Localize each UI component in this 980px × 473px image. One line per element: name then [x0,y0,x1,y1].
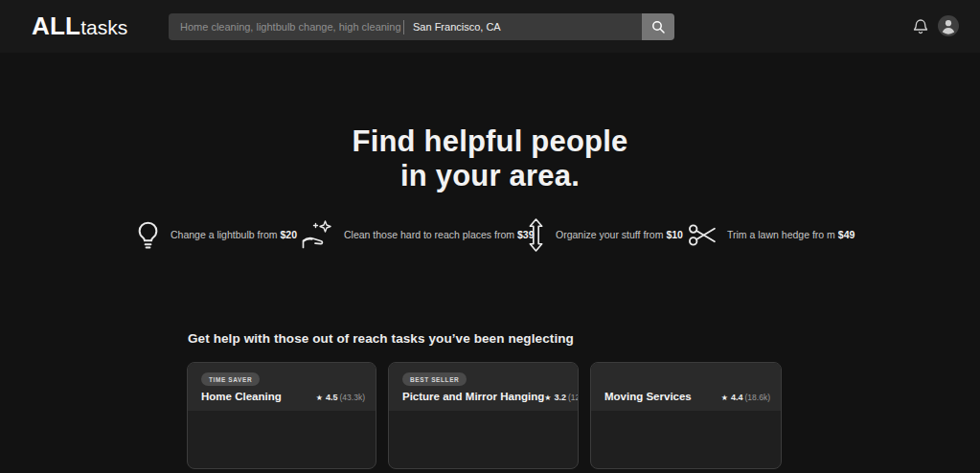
card-badge: TIME SAVER [201,372,260,386]
card-rating: ★4.5(43.3k) [316,393,365,402]
card-rating: ★4.4(18.6k) [721,393,770,402]
feature-trim-hedge: Trim a lawn hedge fro m$49 [688,214,855,255]
rating-score: 4.4 [731,393,743,402]
feature-organize-stuff: Organize your stuff from$10 [526,214,683,255]
card-title-row: Moving Services ★4.4(18.6k) [604,391,770,402]
feature-price: $49 [838,229,855,240]
card-header: Moving Services ★4.4(18.6k) [591,363,781,411]
search-icon [651,20,665,34]
card-title: Picture and Mirror Hanging [402,391,544,402]
feature-price: $10 [666,229,683,240]
search-button[interactable] [642,13,674,40]
top-navbar: ALLtasks San Francisco, CA [0,0,980,53]
rating-reviews: (121.1k) [568,393,579,402]
section-title: Get help with those out of reach tasks y… [188,331,574,346]
search-input[interactable] [169,21,403,33]
star-icon: ★ [544,394,551,402]
hero-line-1: Find helpful people [0,124,980,159]
lightbulb-icon [135,220,161,250]
location-input[interactable]: San Francisco, CA [404,21,642,33]
bell-icon [913,18,930,35]
rating-reviews: (43.3k) [340,393,365,402]
card-home-cleaning[interactable]: TIME SAVER Home Cleaning ★4.5(43.3k) [187,362,376,469]
brand-logo-light: tasks [80,16,127,38]
card-header: TIME SAVER Home Cleaning ★4.5(43.3k) [188,363,376,411]
card-title-row: Home Cleaning ★4.5(43.3k) [201,391,365,402]
feature-clean-places: Clean those hard to reach places from$39 [301,214,535,255]
rating-reviews: (18.6k) [745,393,770,402]
card-moving-services[interactable]: Moving Services ★4.4(18.6k) [590,362,782,469]
feature-text: Organize your stuff from$10 [556,229,683,240]
user-avatar-icon [938,15,959,36]
notifications-button[interactable] [913,17,930,36]
search-bar: San Francisco, CA [169,13,674,40]
alltasks-page: ALLtasks San Francisco, CA [0,0,980,473]
scissors-icon [688,222,718,248]
feature-text: Trim a lawn hedge fro m$49 [727,229,855,240]
hand-sparkles-icon [301,219,334,250]
user-account-button[interactable] [938,15,959,36]
hero-heading: Find helpful people in your area. [0,124,980,193]
card-title-row: Picture and Mirror Hanging ★3.2(121.1k) [402,391,567,402]
feature-text: Clean those hard to reach places from$39 [344,229,535,240]
card-picture-mirror-hanging[interactable]: BEST SELLER Picture and Mirror Hanging ★… [388,362,579,469]
vertical-arrows-icon [526,217,546,253]
brand-logo-bold: ALL [32,11,80,40]
search-fields: San Francisco, CA [169,13,642,40]
card-title: Moving Services [604,391,692,402]
hero-line-2: in your area. [0,159,980,193]
card-rating: ★3.2(121.1k) [544,393,579,402]
brand-logo[interactable]: ALLtasks [32,11,127,41]
card-header: BEST SELLER Picture and Mirror Hanging ★… [389,363,578,411]
card-badge: BEST SELLER [402,372,467,386]
feature-change-lightbulb: Change a lightbulb from$20 [135,214,297,255]
feature-price: $20 [281,229,298,240]
rating-score: 4.5 [326,393,338,402]
star-icon: ★ [721,394,728,402]
star-icon: ★ [316,394,323,402]
card-title: Home Cleaning [201,391,282,402]
rating-score: 3.2 [554,393,566,402]
feature-text: Change a lightbulb from$20 [171,229,297,240]
